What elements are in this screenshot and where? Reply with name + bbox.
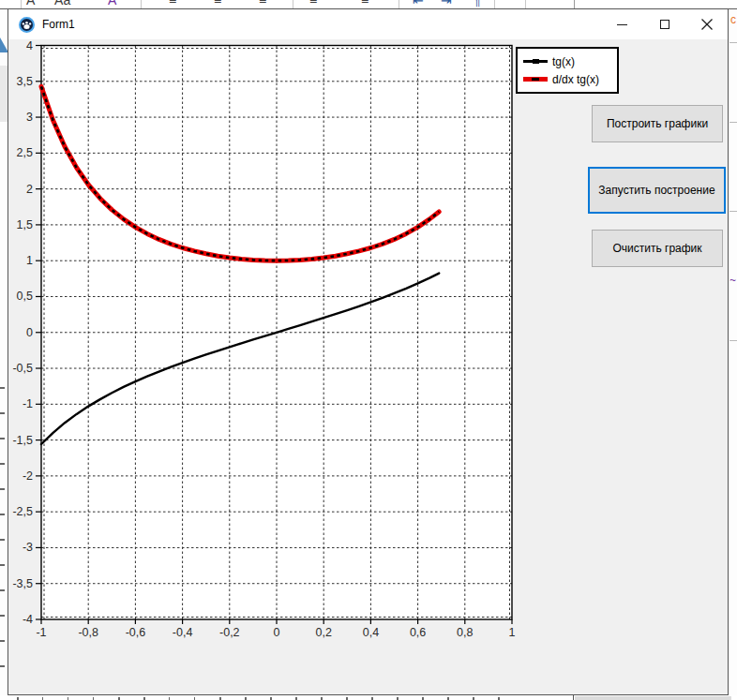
background-line — [729, 340, 737, 341]
toolbar-list-icon: ≡ — [214, 0, 221, 7]
toolbar-separator — [494, 0, 495, 8]
legend-item-derivative: d/dx tg(x) — [523, 70, 612, 88]
toolbar-list-icon: ≡ — [169, 0, 176, 7]
minimize-button[interactable] — [601, 9, 643, 39]
toolbar-separator — [293, 0, 293, 8]
legend-label: tg(x) — [552, 55, 575, 68]
toolbar-list-icon: ≡ — [361, 0, 368, 7]
toolbar-list-icon: ≡ — [309, 0, 317, 7]
toolbar-separator — [21, 0, 22, 8]
left-ruler-ticks — [0, 364, 5, 687]
chart-legend: tg(x) d/dx tg(x) — [516, 47, 619, 94]
maximize-icon — [660, 20, 669, 29]
close-icon — [701, 19, 713, 30]
toolbar-separator — [399, 0, 399, 8]
paw-icon — [19, 17, 35, 33]
build-graphs-button[interactable]: Построить графики — [592, 105, 723, 142]
close-button[interactable] — [685, 9, 728, 39]
legend-line-sample-black — [523, 60, 548, 63]
toolbar-highlight-icon: А — [108, 0, 116, 7]
background-left-gray-block — [0, 66, 8, 122]
toolbar-separator — [141, 0, 142, 8]
background-line — [729, 211, 737, 212]
background-purple-mark: ~ — [729, 274, 736, 287]
maximize-button[interactable] — [643, 9, 685, 39]
legend-marker — [533, 59, 539, 64]
background-line — [729, 42, 737, 43]
legend-label: d/dx tg(x) — [552, 73, 599, 86]
legend-item-tg: tg(x) — [523, 52, 612, 70]
minimize-icon — [617, 24, 627, 25]
background-line — [729, 122, 737, 123]
legend-line-sample-red — [523, 77, 548, 82]
legend-marker — [532, 78, 539, 81]
toolbar-list-icon: ≡ — [259, 0, 266, 7]
toolbar-outdent-icon: ⇤ — [413, 0, 424, 7]
window-controls — [601, 9, 728, 39]
toolbar-letter-icon: А — [26, 0, 35, 7]
start-plotting-button[interactable]: Запустить построение — [588, 167, 726, 214]
background-orange-mark: c — [730, 13, 736, 26]
background-toolbar-strip: А Аа А ≡ ≡ ≡ ≡ ≡ ⇤ ⇥ ¶ — [0, 0, 737, 8]
background-gray-block — [575, 696, 731, 700]
toolbar-indent-icon: ⇥ — [441, 0, 452, 7]
toolbar-pilcrow-icon: ¶ — [474, 0, 481, 7]
toolbar-case-icon: Аа — [54, 0, 70, 7]
toolbar-separator — [525, 0, 526, 8]
background-window-edge — [574, 0, 575, 8]
clear-graph-button[interactable]: Очистить график — [592, 230, 723, 267]
background-right-strip: c ~ — [729, 9, 737, 695]
title-bar[interactable]: Form1 — [8, 9, 728, 39]
background-table-edge — [573, 695, 574, 700]
window-title: Form1 — [42, 18, 75, 31]
